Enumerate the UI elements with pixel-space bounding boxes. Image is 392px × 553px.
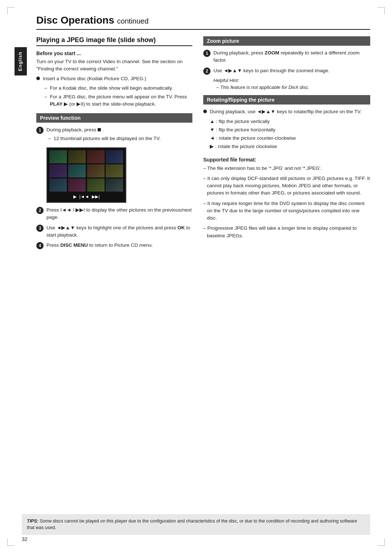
thumb-controls: ▶ |◄◄ ▶▶|	[49, 193, 123, 200]
step1-arrow-icon: →	[46, 135, 52, 142]
zoom-step-num-1: 1	[203, 50, 211, 57]
sff-section: Supported file format: – The file extens…	[203, 157, 370, 239]
step-2: 2 Press I◄◄ / ▶▶I to display the other p…	[36, 206, 192, 221]
arrow-icon-2: →	[43, 93, 48, 101]
rotate-bullet-circle	[203, 110, 207, 113]
zoom-step-content-1: During playback, press ZOOM repeatedly t…	[213, 49, 370, 64]
right-column: Zoom picture 1 During playback, press ZO…	[203, 36, 370, 252]
sff-1: – The file extension has to be '*.JPG' a…	[203, 165, 370, 172]
helpful-hint-label: Helpful Hint:	[213, 78, 370, 83]
stop-icon	[98, 128, 101, 131]
step-4: 4 Press DISC MENU to return to Picture C…	[36, 242, 192, 249]
helpful-hint-text: – This feature is not applicable for Div…	[216, 85, 370, 90]
section-title: Playing a JPEG image file (slide show)	[36, 36, 192, 46]
play-ctrl-icon[interactable]: ▶	[73, 194, 77, 199]
tips-text: Some discs cannot be played on this play…	[27, 519, 357, 531]
left-column: Playing a JPEG image file (slide show) B…	[36, 36, 192, 252]
flip-item-right: ▶ : rotate the picture clockwise	[210, 143, 370, 151]
arrow-item-1: → For a Kodak disc, the slide show will …	[43, 85, 192, 92]
sff-2: – It can only display DCF-standard still…	[203, 175, 370, 197]
step-content-2: Press I◄◄ / ▶▶I to display the other pic…	[46, 206, 192, 221]
before-start-label: Before you start ...	[36, 50, 192, 56]
rotate-flip-bar: Rotating/flipping the picture	[203, 95, 370, 105]
prev-ctrl-icon[interactable]: |◄◄	[79, 194, 89, 199]
flip-item-down: ▼ : flip the picture horizontally	[210, 126, 370, 134]
sff-label: Supported file format:	[203, 157, 370, 163]
arrow-item-2: → For a JPEG disc, the picture menu will…	[43, 93, 192, 108]
step1-arrow-text: 12 thumbnail pictures will be displayed …	[54, 135, 161, 142]
next-ctrl-icon[interactable]: ▶▶|	[92, 194, 99, 199]
page-title: Disc Operations continued	[36, 15, 370, 30]
helpful-hint-container: Helpful Hint: – This feature is not appl…	[213, 78, 370, 90]
step-num-3: 3	[36, 225, 44, 232]
flip-item-up: ▲ : flip the picture vertically	[210, 118, 370, 126]
thumbnail-grid-container: ▶ |◄◄ ▶▶|	[46, 147, 126, 203]
step-1: 1 During playback, press . → 12 thumbnai…	[36, 126, 192, 144]
step1-arrow: → 12 thumbnail pictures will be displaye…	[46, 135, 192, 142]
sff-4: – Progressive JPEG files will take a lon…	[203, 225, 370, 239]
bullet-circle-1	[36, 77, 40, 80]
thumb-11	[87, 179, 105, 192]
step-content-1: During playback, press . → 12 thumbnail …	[46, 126, 192, 144]
step-num-4: 4	[36, 242, 44, 249]
arrow-text-2: For a JPEG disc, the picture menu will a…	[50, 93, 193, 108]
before-start-text: Turn on your TV to the correct Video In …	[36, 58, 192, 73]
flip-list: ▲ : flip the picture vertically ▼ : flip…	[210, 118, 370, 151]
tips-bold-label: TIPS:	[27, 519, 38, 524]
page-number: 32	[22, 536, 28, 542]
thumb-5	[49, 164, 67, 177]
step-content-4: Press DISC MENU to return to Picture CD …	[46, 242, 192, 249]
thumb-1	[49, 150, 67, 163]
thumb-12	[106, 179, 123, 192]
thumb-8	[106, 164, 123, 177]
step-num-2: 2	[36, 207, 44, 214]
zoom-step-content-2: Use ◄▶▲▼ keys to pan through the zoomed …	[213, 67, 370, 74]
thumb-6	[68, 164, 86, 177]
thumb-4	[106, 150, 123, 163]
flip-item-left: ◄ : rotate the picture counter-clockwise	[210, 134, 370, 143]
thumb-9	[49, 179, 67, 192]
preview-function-bar: Preview function	[36, 113, 192, 123]
step-num-1: 1	[36, 127, 44, 134]
zoom-step-1: 1 During playback, press ZOOM repeatedly…	[203, 49, 370, 64]
thumbnail-grid	[49, 150, 123, 192]
rotate-bullet: During playback, use ◄▶▲▼ keys to rotate…	[203, 108, 370, 115]
page-header: Disc Operations continued	[36, 15, 370, 30]
arrow-text-1: For a Kodak disc, the slide show will be…	[50, 85, 173, 92]
zoom-picture-bar: Zoom picture	[203, 36, 370, 46]
thumb-2	[68, 150, 86, 163]
title-main: Disc Operations	[36, 15, 114, 26]
zoom-step-num-2: 2	[203, 67, 211, 75]
zoom-step-2: 2 Use ◄▶▲▼ keys to pan through the zoome…	[203, 67, 370, 75]
thumb-7	[87, 164, 105, 177]
step-content-3: Use ◄▶▲▼ keys to highlight one of the pi…	[46, 224, 192, 239]
bullet-item-1: Insert a Picture disc (Kodak Picture CD,…	[36, 75, 192, 82]
thumb-3	[87, 150, 105, 163]
rotate-bullet-text: During playback, use ◄▶▲▼ keys to rotate…	[210, 108, 362, 115]
thumb-10	[68, 179, 86, 192]
title-continued: continued	[117, 17, 149, 25]
tips-footer: TIPS: Some discs cannot be played on thi…	[22, 514, 370, 535]
step-3: 3 Use ◄▶▲▼ keys to highlight one of the …	[36, 224, 192, 239]
arrow-icon-1: →	[43, 85, 48, 92]
sff-3: – It may require longer time for the DVD…	[203, 200, 370, 222]
bullet-text-1: Insert a Picture disc (Kodak Picture CD,…	[43, 75, 146, 82]
